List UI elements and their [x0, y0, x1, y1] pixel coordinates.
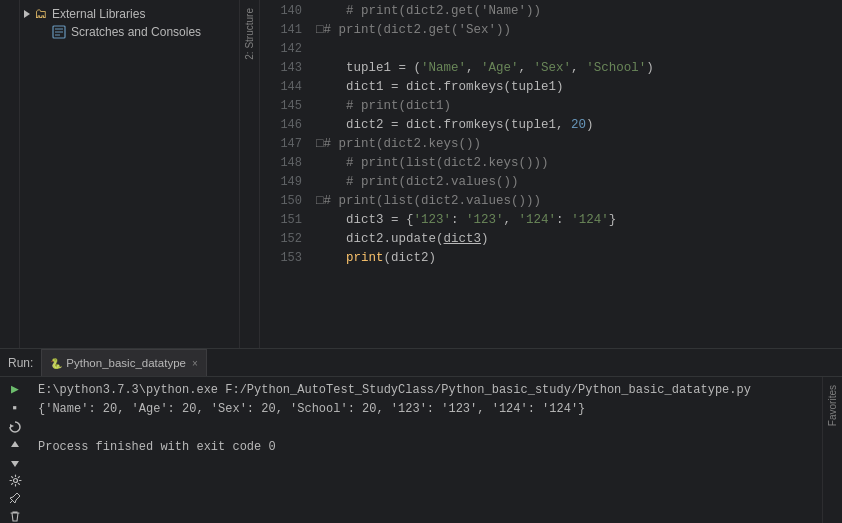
- svg-marker-6: [11, 461, 19, 467]
- bottom-panel: Run: 🐍 Python_basic_datatype × ▶ ▪: [0, 348, 842, 523]
- code-line-141: □# print(dict2.get('Sex')): [316, 21, 842, 40]
- line-numbers: 140 141 142 143 144 145 146 147 148 149 …: [260, 0, 312, 348]
- bottom-content: ▶ ▪: [0, 377, 842, 523]
- expand-arrow-icon: [24, 10, 30, 18]
- code-line-146: dict2 = dict.fromkeys(tuple1, 20): [316, 116, 842, 135]
- output-line-process: Process finished with exit code 0: [38, 438, 814, 457]
- code-container: 140 141 142 143 144 145 146 147 148 149 …: [260, 0, 842, 348]
- run-tab[interactable]: 🐍 Python_basic_datatype ×: [41, 349, 206, 376]
- project-sidebar: 🗂 External Libraries Scratches and Conso…: [20, 0, 240, 348]
- run-tab-bar: Run: 🐍 Python_basic_datatype ×: [0, 349, 842, 377]
- svg-line-8: [10, 500, 13, 503]
- structure-label[interactable]: 2: Structure: [244, 0, 255, 68]
- svg-marker-4: [10, 424, 14, 428]
- run-button[interactable]: ▶: [4, 381, 26, 397]
- code-line-145: # print(dict1): [316, 97, 842, 116]
- code-editor[interactable]: # print(dict2.get('Name')) □# print(dict…: [312, 0, 842, 348]
- scratches-icon: [52, 25, 66, 39]
- code-line-142: [316, 40, 842, 59]
- external-libraries-item[interactable]: 🗂 External Libraries: [20, 4, 239, 23]
- far-left-sidebar: [0, 0, 20, 348]
- external-libraries-label: External Libraries: [52, 7, 145, 21]
- run-tab-icon: 🐍: [50, 358, 62, 369]
- svg-marker-5: [11, 441, 19, 447]
- code-line-148: # print(list(dict2.keys())): [316, 154, 842, 173]
- code-line-144: dict1 = dict.fromkeys(tuple1): [316, 78, 842, 97]
- pin-button[interactable]: [4, 491, 26, 505]
- settings-button[interactable]: [4, 474, 26, 488]
- scroll-top-button[interactable]: [4, 438, 26, 452]
- delete-button[interactable]: [4, 509, 26, 523]
- scratches-consoles-item[interactable]: Scratches and Consoles: [20, 23, 239, 41]
- run-output: E:\python3.7.3\python.exe F:/Python_Auto…: [30, 377, 822, 523]
- favorites-panel: Favorites: [822, 377, 842, 523]
- code-line-147: □# print(dict2.keys()): [316, 135, 842, 154]
- rerun-button[interactable]: [4, 420, 26, 434]
- code-line-140: # print(dict2.get('Name')): [316, 2, 842, 21]
- editor-area: 140 141 142 143 144 145 146 147 148 149 …: [260, 0, 842, 348]
- svg-point-7: [13, 478, 17, 482]
- favorites-label[interactable]: Favorites: [827, 377, 838, 434]
- scratches-label: Scratches and Consoles: [71, 25, 201, 39]
- output-line-command: E:\python3.7.3\python.exe F:/Python_Auto…: [38, 381, 814, 400]
- output-line-result: {'Name': 20, 'Age': 20, 'Sex': 20, 'Scho…: [38, 400, 814, 419]
- run-label: Run:: [0, 356, 41, 370]
- code-line-150: □# print(list(dict2.values())): [316, 192, 842, 211]
- run-tab-name: Python_basic_datatype: [66, 357, 186, 369]
- scroll-bottom-button[interactable]: [4, 456, 26, 470]
- code-line-143: tuple1 = ('Name', 'Age', 'Sex', 'School'…: [316, 59, 842, 78]
- output-line-empty: [38, 419, 814, 438]
- bottom-toolbar: ▶ ▪: [0, 377, 30, 523]
- code-line-151: dict3 = {'123': '123', '124': '124'}: [316, 211, 842, 230]
- run-tab-close[interactable]: ×: [192, 358, 198, 369]
- structure-panel: 2: Structure: [240, 0, 260, 348]
- code-line-152: dict2.update(dict3): [316, 230, 842, 249]
- code-line-149: # print(dict2.values()): [316, 173, 842, 192]
- stop-button[interactable]: ▪: [4, 401, 26, 416]
- code-line-153: print(dict2): [316, 249, 842, 268]
- folder-icon: 🗂: [34, 6, 47, 21]
